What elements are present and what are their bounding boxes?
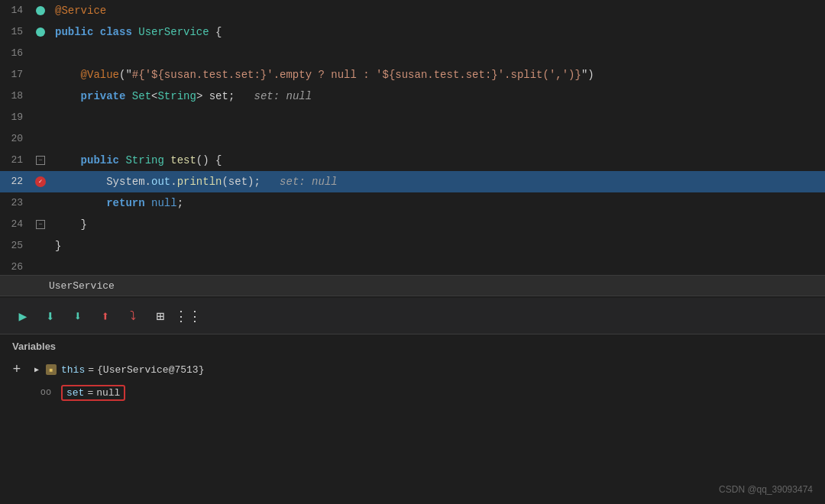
- code-line-23: 23 return null;: [0, 192, 825, 214]
- step-over-button[interactable]: ⬇: [40, 305, 61, 327]
- code-line-22: 22 System.out.println(set); set: null: [0, 171, 825, 192]
- line-num-26: 26: [0, 257, 32, 275]
- add-watch-button[interactable]: +: [9, 362, 24, 377]
- service-icon-15: [36, 27, 45, 37]
- step-into-button[interactable]: ⬇: [67, 305, 89, 327]
- eval-expression-button[interactable]: ⊞: [150, 305, 171, 327]
- gutter-21: −: [32, 156, 49, 165]
- run-to-cursor-button[interactable]: ⤵: [122, 305, 144, 327]
- code-content-14: @Service: [49, 0, 825, 21]
- code-content-23: return null;: [49, 192, 825, 214]
- code-line-14: 14 @Service: [0, 0, 825, 21]
- gutter-14: [32, 6, 49, 15]
- variable-equals-set: =: [87, 387, 93, 399]
- code-content-24: }: [49, 214, 825, 235]
- code-content-16: [49, 43, 825, 64]
- line-num-22: 22: [0, 171, 32, 192]
- editor-area: 14 @Service 15 public class UserService …: [0, 0, 825, 275]
- code-content-17: @Value("#{'${susan.test.set:}'.empty ? n…: [49, 64, 825, 86]
- gutter-24: −: [32, 220, 49, 229]
- step-out-button[interactable]: ⬆: [95, 305, 116, 327]
- code-line-15: 15 public class UserService {: [0, 21, 825, 43]
- variables-panel: Variables + ▶ ■ this = {UserService@7513…: [0, 334, 825, 404]
- code-line-24: 24 − }: [0, 214, 825, 235]
- code-content-22: System.out.println(set); set: null: [49, 171, 825, 192]
- debug-toolbar: ▶ ⬇ ⬇ ⬆ ⤵ ⊞ ⋮⋮: [0, 296, 825, 334]
- set-oo-icon: oo: [37, 385, 55, 400]
- line-num-16: 16: [0, 43, 32, 64]
- code-line-17: 17 @Value("#{'${susan.test.set:}'.empty …: [0, 64, 825, 86]
- variables-panel-title: Variables: [0, 334, 825, 358]
- code-line-20: 20: [0, 128, 825, 150]
- line-num-20: 20: [0, 128, 32, 150]
- code-content-25: }: [49, 235, 825, 257]
- watermark: CSDN @qq_39093474: [719, 484, 813, 495]
- fold-icon-21[interactable]: −: [36, 156, 45, 165]
- trace-button[interactable]: ⋮⋮: [177, 305, 199, 327]
- line-num-25: 25: [0, 235, 32, 257]
- line-num-21: 21: [0, 150, 32, 171]
- breadcrumb-text: UserService: [49, 280, 115, 292]
- breakpoint-icon-22: [35, 176, 46, 187]
- variable-set: oo set = null: [0, 381, 825, 404]
- line-num-14: 14: [0, 0, 32, 21]
- expand-this-button[interactable]: ▶: [31, 363, 43, 376]
- line-num-19: 19: [0, 107, 32, 128]
- variable-name-this: this: [61, 364, 85, 376]
- variable-type-icon-this: ■: [46, 364, 57, 375]
- highlighted-set-box: set = null: [61, 385, 125, 401]
- code-line-25: 25 }: [0, 235, 825, 257]
- variable-value-this: {UserService@7513}: [97, 364, 204, 376]
- breadcrumb: UserService: [0, 275, 825, 296]
- code-line-18: 18 private Set<String> set; set: null: [0, 86, 825, 107]
- fold-icon-24[interactable]: −: [36, 220, 45, 229]
- code-content-18: private Set<String> set; set: null: [49, 86, 825, 107]
- code-content-15: public class UserService {: [49, 21, 825, 43]
- gutter-15: [32, 27, 49, 37]
- code-content-21: public String test() {: [49, 150, 825, 171]
- code-content-26: [49, 257, 825, 275]
- code-line-19: 19: [0, 107, 825, 128]
- line-num-23: 23: [0, 192, 32, 214]
- line-num-18: 18: [0, 86, 32, 107]
- variable-equals-this: =: [88, 364, 94, 376]
- code-line-26: 26: [0, 257, 825, 275]
- line-num-15: 15: [0, 21, 32, 43]
- variable-value-set: null: [96, 387, 120, 399]
- code-line-21: 21 − public String test() {: [0, 150, 825, 171]
- line-num-24: 24: [0, 214, 32, 235]
- code-content-20: [49, 128, 825, 150]
- watermark-text: CSDN @qq_39093474: [719, 484, 813, 495]
- code-content-19: [49, 107, 825, 128]
- variable-this: + ▶ ■ this = {UserService@7513}: [0, 358, 825, 381]
- service-icon-14: [36, 6, 45, 15]
- code-line-16: 16: [0, 43, 825, 64]
- variable-name-set: set: [66, 387, 84, 399]
- gutter-22: [32, 176, 49, 187]
- line-num-17: 17: [0, 64, 32, 86]
- resume-button[interactable]: ▶: [12, 305, 34, 327]
